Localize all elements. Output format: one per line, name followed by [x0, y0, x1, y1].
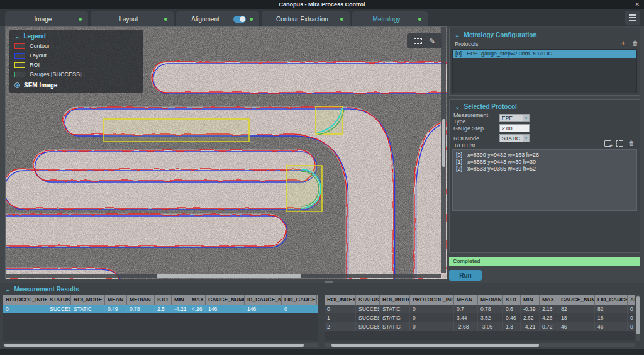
table-cell: 18	[558, 313, 595, 322]
roi-list: [0] - x=8390 y=9432 w=163 h=26[1] - x=85…	[452, 149, 637, 211]
select-region-icon[interactable]	[414, 38, 422, 44]
status-dot	[250, 18, 253, 21]
left-table-scrollbar	[3, 343, 318, 347]
gauges-swatch	[14, 72, 25, 77]
roi-results-table: ROI_INDEX▲STATUSROI_MODEPROTOCOL_INDEXME…	[325, 295, 635, 341]
status-bar: Completed	[449, 257, 640, 266]
table-header-cell[interactable]: GAUGE_NUMBER	[558, 295, 595, 305]
roi-rect-0[interactable]	[104, 119, 249, 142]
roi-mode-label: ROI Mode	[453, 135, 499, 142]
tab-contour-extraction[interactable]: Contour Extraction	[262, 11, 350, 26]
table-header-cell[interactable]: LID_GAUGE_NUMB	[595, 295, 628, 305]
table-cell: 4.26	[189, 305, 206, 313]
table-header-cell[interactable]: MEAN	[454, 295, 478, 305]
roi-swatch	[14, 62, 25, 68]
table-header-cell[interactable]: ROI_INDEX▲	[325, 295, 356, 305]
add-protocol-icon[interactable]: +	[621, 40, 626, 47]
table-cell: -0.39	[521, 305, 540, 313]
run-button[interactable]: Run	[449, 270, 482, 281]
tab-image[interactable]: Image	[5, 11, 88, 26]
roi-rect-2[interactable]	[286, 166, 322, 211]
table-header-cell[interactable]: ID_GAUGE_NUME	[245, 295, 282, 305]
table-header-cell[interactable]: MIN	[172, 295, 189, 305]
measurement-type-dropdown[interactable]: EPE▾	[499, 114, 530, 122]
table-header-cell[interactable]: LID_GAUGE_NUM	[282, 295, 317, 305]
chevron-down-icon: ▾	[523, 135, 529, 142]
table-header-cell[interactable]: ROI_MODE	[380, 295, 410, 305]
edit-pencil-icon[interactable]: ✎	[430, 37, 435, 45]
legend-item-roi[interactable]: ROI	[14, 62, 138, 68]
roi-rect-1[interactable]	[316, 106, 343, 134]
menu-icon[interactable]	[625, 11, 640, 25]
table-header-cell[interactable]: PROTOCOL_INDEX	[410, 295, 454, 305]
table-vertical-scrollbar	[636, 295, 640, 341]
roi-list-item[interactable]: [0] - x=8390 y=9432 w=163 h=26	[456, 152, 636, 159]
roi-list-item[interactable]: [1] - x=8565 y=9443 w=30 h=30	[456, 159, 636, 166]
main-toolbar: Image Layout Alignment Contour Extractio…	[0, 9, 644, 26]
table-cell: 1	[325, 313, 356, 322]
close-icon[interactable]: ✕	[635, 0, 640, 9]
scrollbar-thumb[interactable]	[4, 344, 304, 347]
table-cell: 3.44	[454, 313, 478, 322]
right-table-scrollbar	[325, 343, 635, 347]
table-row[interactable]: 1SUCCESSSTATIC03.443.520.462.624.2618180	[325, 313, 635, 322]
measurement-results-header[interactable]: ⌄Measurement Results	[5, 286, 79, 293]
splitter-handle[interactable]	[325, 281, 333, 283]
scrollbar-thumb[interactable]	[636, 296, 640, 334]
legend-header[interactable]: ⌄Legend	[14, 33, 138, 40]
legend-item-layout[interactable]: Layout	[14, 52, 138, 59]
delete-protocol-icon[interactable]: 🗑	[632, 40, 638, 47]
table-row[interactable]: 2SUCCESSSTATIC0-2.68-3.051.3-4.210.72464…	[325, 322, 635, 331]
gauge-step-input[interactable]: 2.00	[499, 124, 530, 132]
window-frame	[0, 349, 644, 355]
protocols-label: Protocols	[455, 41, 479, 47]
metrology-configuration-header[interactable]: ⌄Metrology Configuration	[450, 28, 640, 38]
selected-protocol-header[interactable]: ⌄Selected Protocol	[450, 100, 640, 110]
scrollbar-thumb[interactable]	[157, 274, 301, 278]
table-header-cell[interactable]: STATUS	[356, 295, 380, 305]
table-header-cell[interactable]: ALID	[628, 295, 635, 305]
sem-image-radio[interactable]: SEM Image	[14, 82, 138, 89]
table-cell: SUCCESS	[47, 305, 71, 313]
table-cell: STATIC	[380, 322, 410, 331]
table-header-cell[interactable]: MIN	[521, 295, 540, 305]
scrollbar-thumb[interactable]	[331, 344, 539, 347]
table-header-cell[interactable]: ROTOCOL_INDE▲	[3, 295, 47, 305]
roi-mode-dropdown[interactable]: STATIC▾	[499, 134, 530, 142]
table-header-row: ROTOCOL_INDE▲STATUSROI_MODEMEANMEDIANSTD…	[3, 295, 318, 305]
roi-list-item[interactable]: [2] - x=8533 y=9365 w=39 h=52	[456, 166, 636, 172]
protocol-item[interactable]: [0] - EPE gauge_step=2.0nm STATIC	[453, 50, 636, 58]
table-cell: -4.21	[172, 305, 189, 313]
tab-alignment[interactable]: Alignment	[176, 11, 259, 26]
table-cell: 46	[595, 322, 628, 331]
tab-layout[interactable]: Layout	[91, 11, 174, 26]
tab-alignment-label: Alignment	[182, 16, 228, 23]
table-row[interactable]: 0SUCCESSSTATIC0.490.782.5-4.214.26146146…	[3, 305, 318, 313]
table-header-cell[interactable]: MEAN	[105, 295, 127, 305]
alignment-toggle[interactable]	[233, 16, 246, 23]
tab-metrology[interactable]: Metrology	[352, 11, 428, 26]
table-header-cell[interactable]: MAX	[540, 295, 558, 305]
legend-item-contour[interactable]: Contour	[14, 43, 138, 49]
add-roi-icon[interactable]: +	[604, 140, 611, 147]
table-header-cell[interactable]: STATUS	[47, 295, 71, 305]
table-header-cell[interactable]: MEDIAN	[478, 295, 503, 305]
table-header-cell[interactable]: MEDIAN	[127, 295, 155, 305]
table-cell: 146	[245, 305, 282, 313]
table-header-cell[interactable]: MAX	[189, 295, 206, 305]
table-header-cell[interactable]: A	[317, 295, 318, 305]
table-header-cell[interactable]: GAUGE_NUMBER	[206, 295, 245, 305]
table-cell: 0.46	[503, 313, 521, 322]
table-cell: SUCCESS	[356, 313, 380, 322]
tab-metrology-label: Metrology	[358, 16, 414, 23]
scrollbar-thumb[interactable]	[442, 119, 445, 167]
table-header-cell[interactable]: ROI_MODE	[71, 295, 105, 305]
delete-roi-icon[interactable]: 🗑	[628, 140, 635, 147]
viewer-toolbar: ✎	[407, 33, 442, 48]
legend-item-gauges[interactable]: Gauges [SUCCESS]	[14, 71, 138, 77]
viewer-vertical-scrollbar	[441, 27, 446, 273]
table-header-cell[interactable]: STD	[503, 295, 521, 305]
auto-roi-icon[interactable]	[616, 140, 623, 147]
table-row[interactable]: 0SUCCESSSTATIC00.70.780.6-0.392.1682820	[325, 305, 635, 313]
table-header-cell[interactable]: STD	[155, 295, 172, 305]
